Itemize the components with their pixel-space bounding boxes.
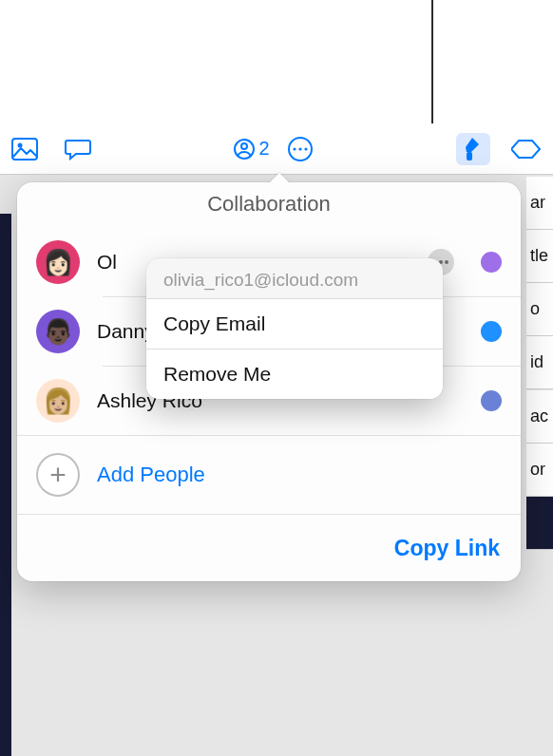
avatar: 👨🏿 (36, 310, 80, 353)
collaboration-sheet: Collaboration 👩🏻 Ol 👨🏿 Danny Rico (Owner… (17, 182, 521, 581)
toolbar: 2 (0, 123, 553, 175)
avatar-emoji: 👩🏼 (43, 387, 73, 416)
svg-rect-8 (467, 152, 472, 161)
bg-cell: tle (526, 230, 553, 283)
shape-tag-icon[interactable] (511, 138, 542, 161)
svg-rect-0 (12, 139, 37, 160)
plus-icon: + (36, 453, 80, 497)
avatar-emoji: 👨🏿 (43, 317, 73, 347)
presence-dot (481, 321, 502, 342)
sheet-footer: Copy Link (17, 515, 521, 581)
svg-point-3 (241, 143, 247, 149)
presence-dot (481, 252, 502, 273)
left-dark-strip (0, 214, 11, 756)
more-menu-icon[interactable] (287, 136, 314, 162)
image-icon[interactable] (11, 138, 38, 161)
bg-cell: or (526, 444, 553, 497)
callout-line (431, 0, 433, 133)
svg-point-5 (293, 147, 296, 150)
copy-link-button[interactable]: Copy Link (394, 536, 500, 561)
avatar: 👩🏼 (36, 379, 80, 423)
bg-cell: ac (526, 390, 553, 444)
bg-cell-dark (526, 497, 553, 550)
sheet-title: Collaboration (17, 180, 521, 217)
collab-count: 2 (258, 138, 269, 160)
collaboration-button[interactable]: 2 (234, 138, 269, 160)
format-brush-icon[interactable] (456, 133, 490, 165)
svg-point-7 (304, 147, 307, 150)
bg-cell: ar (526, 177, 553, 230)
avatar: 👩🏻 (36, 240, 80, 284)
context-menu-email: olivia_rico1@icloud.com (146, 258, 443, 298)
app-stage: 2 (0, 123, 553, 756)
avatar-emoji: 👩🏻 (43, 248, 73, 277)
bg-cell: id (526, 336, 553, 389)
context-menu: olivia_rico1@icloud.com Copy Email Remov… (146, 258, 443, 399)
bg-cell: o (526, 283, 553, 336)
svg-point-1 (18, 142, 23, 147)
remove-me-item[interactable]: Remove Me (146, 349, 443, 399)
background-cells: ar tle o id ac or (526, 177, 553, 550)
add-people-row[interactable]: + Add People (17, 435, 521, 515)
copy-email-item[interactable]: Copy Email (146, 298, 443, 349)
comment-icon[interactable] (65, 138, 91, 161)
presence-dot (481, 390, 502, 411)
add-people-label: Add People (97, 463, 205, 487)
svg-point-6 (298, 147, 301, 150)
svg-point-11 (445, 260, 448, 264)
